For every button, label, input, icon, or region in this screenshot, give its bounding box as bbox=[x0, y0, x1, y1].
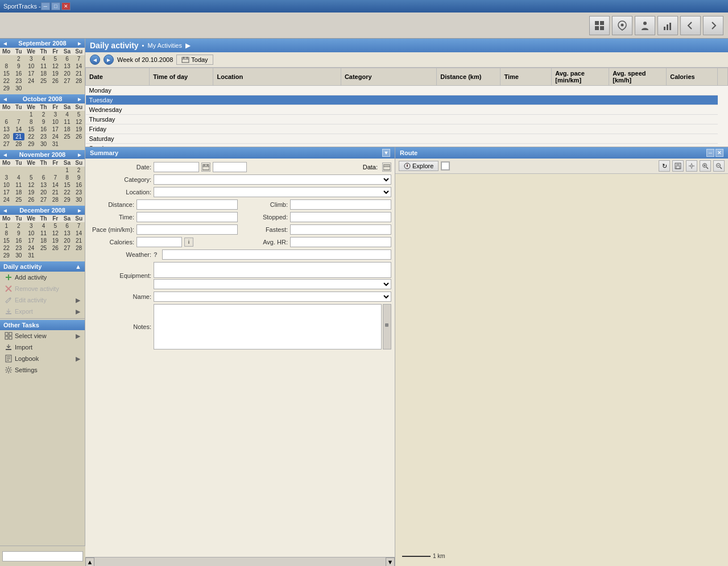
cal-day[interactable]: 28 bbox=[73, 77, 85, 85]
cal-day[interactable]: 5 bbox=[24, 174, 38, 181]
cal-day[interactable]: 3 bbox=[0, 174, 13, 181]
cal-day[interactable]: 29 bbox=[61, 196, 73, 203]
col-time[interactable]: Time bbox=[500, 68, 552, 86]
cal-day[interactable]: 17 bbox=[49, 126, 61, 133]
cal-day[interactable]: 19 bbox=[49, 237, 61, 244]
table-row[interactable]: Friday bbox=[86, 124, 728, 134]
import-item[interactable]: Import bbox=[0, 342, 85, 353]
distance-input[interactable] bbox=[136, 199, 238, 210]
cal-day[interactable]: 5 bbox=[49, 55, 61, 63]
cal-prev-nov[interactable]: ◄ bbox=[2, 152, 8, 158]
route-zoom-out-button[interactable] bbox=[713, 160, 725, 172]
cal-next-nov[interactable]: ► bbox=[77, 152, 82, 158]
cal-day[interactable]: 25 bbox=[13, 196, 25, 203]
cal-day[interactable]: 11 bbox=[13, 181, 25, 189]
route-close-button[interactable]: ✕ bbox=[715, 149, 723, 157]
search-input[interactable] bbox=[2, 551, 83, 561]
pace-input[interactable] bbox=[136, 224, 238, 235]
cal-next-oct[interactable]: ► bbox=[77, 96, 82, 102]
cal-day[interactable]: 12 bbox=[49, 63, 61, 70]
cal-day[interactable]: 1 bbox=[0, 222, 13, 230]
next-week-button[interactable]: ► bbox=[104, 55, 114, 65]
cal-day[interactable]: 20 bbox=[61, 237, 73, 244]
route-settings-button[interactable] bbox=[686, 160, 697, 172]
cal-day[interactable]: 2 bbox=[13, 222, 25, 230]
cal-day[interactable]: 18 bbox=[13, 189, 25, 196]
cal-day[interactable]: 10 bbox=[24, 63, 38, 70]
other-tasks-header[interactable]: Other Tasks bbox=[0, 320, 85, 330]
col-location[interactable]: Location bbox=[213, 68, 341, 86]
cal-day[interactable]: 3 bbox=[24, 55, 38, 63]
cal-day[interactable]: 10 bbox=[0, 181, 13, 189]
cal-day[interactable]: 3 bbox=[24, 222, 38, 230]
cal-day[interactable]: 5 bbox=[73, 111, 85, 118]
cal-day[interactable]: 31 bbox=[49, 140, 61, 148]
cal-day[interactable]: 20 bbox=[61, 70, 73, 77]
cal-day[interactable]: 25 bbox=[38, 77, 49, 85]
back-button[interactable] bbox=[680, 16, 701, 35]
cal-day[interactable]: 10 bbox=[49, 118, 61, 126]
grid-view-button[interactable] bbox=[589, 16, 610, 35]
forward-button[interactable] bbox=[703, 16, 723, 35]
maximize-button[interactable]: □ bbox=[51, 2, 60, 10]
table-row-selected[interactable]: Tuesday bbox=[86, 95, 728, 105]
cal-day[interactable] bbox=[0, 55, 13, 63]
cal-day[interactable]: 12 bbox=[24, 181, 38, 189]
cal-day[interactable]: 7 bbox=[73, 222, 85, 230]
daily-activity-section-header[interactable]: Daily activity ▲ bbox=[0, 261, 85, 272]
cal-day[interactable]: 25 bbox=[38, 244, 49, 252]
person-button[interactable] bbox=[635, 16, 655, 35]
settings-item[interactable]: Settings bbox=[0, 364, 85, 376]
map-button[interactable] bbox=[612, 16, 632, 35]
cal-day[interactable]: 21 bbox=[49, 189, 61, 196]
cal-day[interactable]: 6 bbox=[0, 118, 13, 126]
cal-day[interactable]: 29 bbox=[0, 252, 13, 259]
scroll-down-button[interactable]: ▼ bbox=[386, 557, 395, 567]
avg-hr-input[interactable] bbox=[290, 237, 391, 247]
cal-day[interactable]: 23 bbox=[38, 133, 49, 140]
cal-day[interactable]: 27 bbox=[0, 140, 13, 148]
cal-day[interactable]: 17 bbox=[24, 237, 38, 244]
stopped-input[interactable] bbox=[290, 212, 391, 222]
cal-day[interactable]: 12 bbox=[49, 230, 61, 237]
table-row[interactable]: Wednesday bbox=[86, 105, 728, 115]
cal-day[interactable]: 11 bbox=[38, 63, 49, 70]
logbook-item[interactable]: Logbook ▶ bbox=[0, 353, 85, 364]
cal-next-dec[interactable]: ► bbox=[77, 207, 82, 214]
cal-day[interactable]: 20 bbox=[38, 189, 49, 196]
cal-day[interactable]: 19 bbox=[73, 126, 85, 133]
cal-day[interactable]: 8 bbox=[61, 174, 73, 181]
cal-day[interactable]: 22 bbox=[24, 133, 38, 140]
cal-day[interactable]: 16 bbox=[73, 181, 85, 189]
cal-day[interactable]: 14 bbox=[73, 63, 85, 70]
cal-day[interactable]: 28 bbox=[73, 244, 85, 252]
cal-day[interactable]: 13 bbox=[61, 63, 73, 70]
cal-day[interactable]: 17 bbox=[24, 70, 38, 77]
cal-day[interactable]: 6 bbox=[38, 174, 49, 181]
cal-day[interactable]: 5 bbox=[49, 222, 61, 230]
col-calories[interactable]: Calories bbox=[667, 68, 718, 86]
cal-day[interactable]: 24 bbox=[24, 77, 38, 85]
notes-scrollbar[interactable] bbox=[383, 304, 391, 349]
route-zoom-in-button[interactable] bbox=[700, 160, 711, 172]
cal-next-sep[interactable]: ► bbox=[77, 40, 82, 47]
cal-day[interactable]: 18 bbox=[61, 126, 73, 133]
cal-day-today[interactable]: 21 bbox=[13, 133, 25, 140]
col-distance[interactable]: Distance (km) bbox=[437, 68, 500, 86]
cal-day[interactable]: 26 bbox=[49, 77, 61, 85]
cal-day[interactable]: 10 bbox=[24, 230, 38, 237]
cal-day[interactable]: 1 bbox=[61, 167, 73, 174]
remove-activity-item[interactable]: Remove activity bbox=[0, 283, 85, 294]
cal-day[interactable]: 18 bbox=[38, 70, 49, 77]
cal-day[interactable]: 26 bbox=[73, 133, 85, 140]
cal-day[interactable]: 24 bbox=[0, 196, 13, 203]
date-input[interactable] bbox=[154, 162, 199, 172]
time-field-input[interactable] bbox=[136, 212, 238, 222]
cal-day[interactable]: 19 bbox=[49, 70, 61, 77]
route-map[interactable]: 1 km bbox=[395, 174, 728, 566]
cal-day[interactable]: 21 bbox=[73, 70, 85, 77]
cal-day[interactable]: 2 bbox=[38, 111, 49, 118]
cal-day[interactable]: 2 bbox=[73, 167, 85, 174]
col-date[interactable]: Date bbox=[86, 68, 150, 86]
prev-week-button[interactable]: ◄ bbox=[90, 55, 100, 65]
